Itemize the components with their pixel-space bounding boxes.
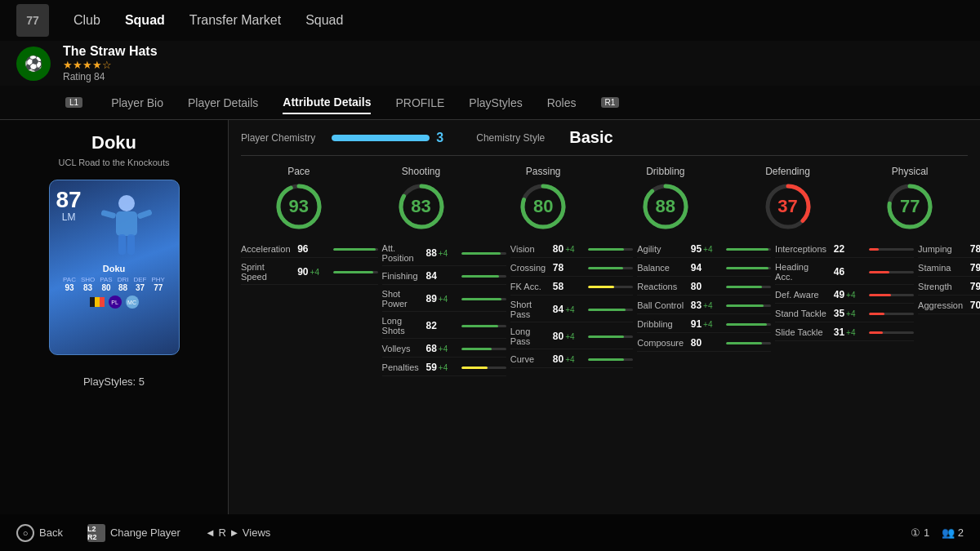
chem-label: Player Chemistry	[241, 132, 315, 144]
card-position: LM	[62, 211, 76, 223]
chem-bar-container: 3	[332, 131, 443, 145]
attr-row: Shot Power89+4	[382, 287, 506, 312]
club-name: The Straw Hats	[63, 44, 158, 59]
attr-row: Strength79+4	[918, 278, 980, 295]
page2-label: 👥 2	[942, 527, 964, 539]
attr-row: Aggression70	[918, 297, 980, 314]
back-button[interactable]: ○ Back	[16, 524, 63, 542]
attr-row: Dribbling91+4	[637, 316, 771, 333]
bottom-bar: ○ Back L2 R2 Change Player ◄ R ► Views ①…	[0, 514, 980, 551]
club-bar: ⚽ The Straw Hats ★★★★☆ Rating 84	[0, 41, 980, 86]
tab-player-bio[interactable]: Player Bio	[111, 92, 163, 113]
attr-row: Long Pass80+4	[510, 324, 633, 349]
attr-row: Composure80	[637, 335, 771, 352]
attr-row: Agility95+4	[637, 241, 771, 258]
attr-row: Stamina79	[918, 260, 980, 277]
card-stats: PAC93 SHO83 PAS80 DRI88 DEF37 PHY77	[63, 276, 165, 292]
player-name: Doku	[91, 132, 136, 153]
attr-row: Att. Position88+4	[382, 241, 506, 266]
club-info: The Straw Hats ★★★★☆ Rating 84	[63, 44, 158, 82]
chem-style-label: Chemistry Style	[476, 132, 545, 144]
attr-row: Balance94	[637, 260, 771, 277]
attr-row: FK Acc.58	[510, 278, 633, 295]
stat-category-shooting: Shooting 83	[363, 166, 479, 231]
attr-row: Finishing84	[382, 268, 506, 285]
page-indicator: ① 1 👥 2	[911, 527, 964, 539]
card-rating: 87	[56, 189, 82, 211]
player-silhouette	[90, 189, 163, 262]
nav-transfer[interactable]: Transfer Market	[189, 13, 281, 28]
top-nav: 77 Club Squad Transfer Market Squad	[0, 0, 980, 41]
stat-category-defending: Defending 37	[730, 166, 846, 231]
back-label: Back	[39, 527, 63, 539]
tab-attribute-details[interactable]: Attribute Details	[283, 91, 371, 114]
circle-icon: ○	[16, 524, 34, 542]
chem-bar	[332, 135, 430, 141]
attr-row: Slide Tackle31+4	[775, 324, 914, 341]
attr-row: Heading Acc.46	[775, 260, 914, 285]
club-stars: ★★★★☆	[63, 59, 158, 71]
chem-value: 3	[436, 131, 443, 145]
attr-row: Interceptions22	[775, 241, 914, 258]
nav-club[interactable]: Club	[74, 13, 100, 28]
attr-row: Short Pass84+4	[510, 297, 633, 322]
stat-category-pace: Pace 93	[241, 166, 357, 231]
views-button[interactable]: ◄ R ► Views	[205, 527, 270, 539]
svg-rect-1	[116, 211, 137, 236]
r1-badge: R1	[601, 97, 620, 108]
attr-row: Acceleration96	[241, 241, 378, 258]
nav-squad[interactable]: Squad	[125, 13, 165, 28]
svg-rect-3	[137, 209, 153, 220]
change-player-label: Change Player	[110, 527, 180, 539]
l1-badge: L1	[65, 97, 82, 108]
playstyles-text: PlayStyles: 5	[83, 375, 145, 388]
attr-col-3: Agility95+4Balance94Reactions80Ball Cont…	[637, 241, 771, 376]
attr-row: Reactions80	[637, 278, 771, 295]
page1-label: ① 1	[911, 527, 929, 539]
l2r2-label: L2 R2	[87, 525, 105, 541]
tab-player-details[interactable]: Player Details	[188, 92, 258, 113]
tab-roles[interactable]: Roles	[547, 92, 577, 113]
card-player-name: Doku	[103, 264, 126, 273]
attr-columns: Acceleration96Sprint Speed90+4Att. Posit…	[241, 241, 968, 376]
chem-bar-fill	[332, 135, 430, 141]
attr-row: Vision80+4	[510, 241, 633, 258]
fifa-card: 87 LM	[49, 180, 180, 355]
attributes-section: Player Chemistry 3 Chemistry Style Basic…	[229, 120, 980, 514]
nav-logo: 77	[16, 4, 49, 37]
chem-style-value: Basic	[569, 128, 612, 147]
attr-col-0: Acceleration96Sprint Speed90+4	[241, 241, 378, 376]
player-section: Doku UCL Road to the Knockouts 87 LM	[0, 120, 229, 514]
main-content: Doku UCL Road to the Knockouts 87 LM	[0, 120, 980, 514]
player-subtitle: UCL Road to the Knockouts	[59, 158, 170, 167]
attr-row: Long Shots82	[382, 313, 506, 339]
attr-col-1: Att. Position88+4Finishing84Shot Power89…	[382, 241, 506, 376]
attr-row: Volleys68+4	[382, 340, 506, 358]
attr-row: Penalties59+4	[382, 359, 506, 376]
attr-row: Curve80+4	[510, 351, 633, 368]
l2r2-icon: L2 R2	[87, 524, 105, 542]
attr-col-4: Interceptions22Heading Acc.46Def. Aware4…	[775, 241, 914, 376]
club-logo: ⚽	[16, 47, 51, 81]
attr-col-2: Vision80+4Crossing78FK Acc.58Short Pass8…	[510, 241, 633, 376]
tab-profile[interactable]: PROFILE	[395, 92, 444, 113]
card-flags: PL MC	[90, 295, 139, 309]
tabs-bar: L1 Player Bio Player Details Attribute D…	[0, 86, 980, 120]
svg-rect-5	[127, 234, 135, 255]
stat-category-physical: Physical 77	[852, 166, 968, 231]
nav-logo-text: 77	[26, 14, 39, 27]
change-player-button[interactable]: L2 R2 Change Player	[87, 524, 180, 542]
stat-categories: Pace 93 Shooting 83 Passing 80 Dribbling…	[241, 166, 968, 231]
attr-row: Def. Aware49+4	[775, 287, 914, 304]
views-label: ◄ R ► Views	[205, 527, 270, 539]
attr-row: Crossing78	[510, 260, 633, 277]
attr-col-5: Jumping78Stamina79Strength79+4Aggression…	[918, 241, 980, 376]
tab-playstyles[interactable]: PlayStyles	[469, 92, 522, 113]
stat-category-passing: Passing 80	[485, 166, 601, 231]
stat-category-dribbling: Dribbling 88	[608, 166, 724, 231]
attr-row: Ball Control83+4	[637, 297, 771, 314]
svg-rect-2	[100, 210, 116, 219]
attr-row: Stand Tackle35+4	[775, 305, 914, 322]
attr-row: Jumping78	[918, 241, 980, 258]
nav-squad2[interactable]: Squad	[305, 13, 343, 28]
